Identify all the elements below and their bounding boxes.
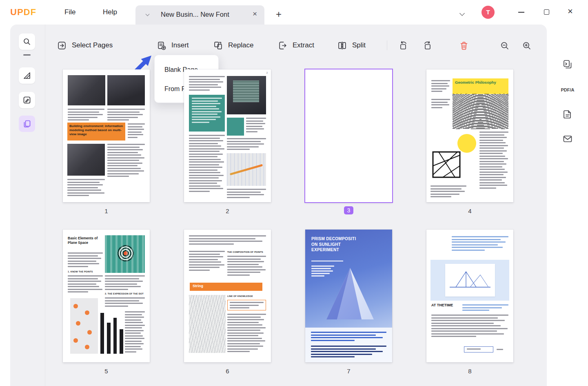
tab-chevron-down-icon[interactable] [146, 12, 150, 16]
rotate-right-button[interactable] [422, 40, 433, 51]
insert-icon [157, 41, 166, 50]
insert-button[interactable]: Insert [157, 40, 189, 51]
duplicate-pages-button[interactable] [561, 58, 574, 70]
text-lines [68, 109, 104, 122]
photo-placeholder [67, 144, 105, 176]
title-bar: UPDF File Help New Busin... New Font × +… [0, 0, 588, 25]
split-button[interactable]: Split [337, 40, 366, 51]
page-number-8: 8 [426, 368, 513, 375]
close-button[interactable]: × [568, 6, 573, 17]
organize-pages-button[interactable] [19, 116, 35, 132]
tab-close-icon[interactable]: × [253, 9, 257, 18]
text-lines [189, 251, 225, 272]
pdfa-label: PDF/A [561, 87, 575, 92]
avatar[interactable]: T [481, 6, 495, 19]
page-thumbnail-8[interactable]: AT THETIME [426, 230, 513, 362]
export-page-button[interactable] [561, 108, 574, 120]
page-thumbnail-6[interactable]: THE COMPOSITION OF POINTS String LINE OF… [184, 230, 271, 362]
teal-text-block [189, 95, 225, 132]
page-number-2: 2 [184, 208, 271, 214]
triangle-diagram [448, 266, 493, 293]
text-lines [431, 80, 450, 94]
zoom-out-button[interactable] [499, 40, 510, 51]
select-pages-label: Select Pages [72, 41, 113, 49]
select-pages-icon [57, 41, 67, 50]
new-tab-button[interactable]: + [276, 9, 282, 20]
text-lines [227, 189, 266, 199]
mail-button[interactable] [561, 133, 574, 145]
page-number-3-badge: 3 [305, 206, 392, 214]
text-lines [105, 275, 145, 291]
edit-note-icon [22, 96, 31, 105]
rotate-right-icon [423, 41, 433, 51]
duplicate-pages-icon [562, 59, 573, 69]
split-label: Split [352, 41, 366, 49]
string-banner: String [190, 283, 262, 291]
zoom-in-button[interactable] [521, 40, 532, 51]
tabs-list-chevron-icon[interactable] [460, 9, 464, 17]
pencil-shape [230, 164, 263, 176]
page-thumbnail-4[interactable]: Geometric Philosophy [426, 69, 513, 202]
text-lines [107, 144, 145, 178]
text-lines [107, 109, 145, 122]
text-lines [246, 118, 266, 134]
page-number-4: 4 [426, 208, 513, 214]
article-headline: PRISM DECOMPOSITI ON SUNLIGHT EXPERIMENT [311, 236, 359, 253]
page-number-7: 7 [305, 368, 392, 375]
page-corner-number: 2 [266, 71, 268, 74]
geometric-line-art [430, 149, 465, 182]
page-thumbnail-7[interactable]: PRISM DECOMPOSITI ON SUNLIGHT EXPERIMENT [305, 230, 392, 362]
replace-button[interactable]: Replace [213, 40, 253, 51]
text-lines [68, 252, 103, 268]
text-lines [467, 348, 490, 350]
search-button[interactable] [19, 33, 35, 50]
dots-artwork [70, 298, 98, 354]
markup-tool-button[interactable] [19, 67, 35, 84]
teal-block [227, 118, 244, 136]
page-number-6: 6 [184, 368, 271, 375]
page-thumbnail-5[interactable]: Basic Elements of Plane Space 1. KNOW TH… [63, 230, 150, 362]
text-lines [497, 349, 508, 352]
title-underline [311, 261, 343, 261]
button-placeholder [464, 346, 493, 353]
page-number-1: 1 [63, 208, 150, 214]
tab-title: New Busin... New Font [161, 11, 229, 18]
menu-file[interactable]: File [64, 8, 75, 16]
pdfa-button[interactable]: PDF/A [559, 84, 576, 96]
triangle-ruler-icon [22, 71, 31, 80]
extract-button[interactable]: Extract [278, 40, 314, 51]
rotate-left-button[interactable] [398, 40, 408, 51]
callout-box [227, 300, 266, 310]
rail-collapse-handle[interactable] [23, 54, 31, 56]
minimize-button[interactable] [518, 12, 524, 13]
replace-icon [213, 41, 223, 50]
text-lines [462, 304, 508, 312]
document-tab[interactable]: New Busin... New Font × [135, 5, 264, 25]
text-lines [311, 332, 386, 342]
article-headline: AT THETIME [431, 303, 461, 307]
menu-help[interactable]: Help [103, 8, 117, 16]
page-thumbnail-3-selected[interactable] [305, 69, 392, 202]
maximize-button[interactable] [544, 9, 549, 15]
page-thumbnail-2[interactable]: 2 [184, 69, 271, 202]
article-headline: Basic Elements of Plane Space [68, 236, 103, 245]
target-image [105, 235, 145, 273]
section-heading: LINE OF KNOWLEDGE [227, 295, 266, 297]
organize-pages-icon [22, 119, 31, 128]
text-lines [128, 123, 145, 139]
article-headline: Building environment: information modeli… [67, 123, 125, 141]
text-lines [479, 132, 508, 190]
edit-tool-button[interactable] [19, 92, 35, 108]
page-number-5: 5 [63, 368, 150, 375]
text-lines [227, 256, 266, 277]
text-lines [189, 95, 225, 127]
replace-label: Replace [228, 41, 253, 49]
text-lines [105, 297, 145, 308]
zoom-out-icon [500, 41, 510, 51]
select-pages-button[interactable]: Select Pages [57, 40, 113, 51]
page-thumbnail-1[interactable]: Building environment: information modeli… [63, 69, 150, 202]
photo-placeholder [227, 76, 266, 114]
text-lines [189, 235, 266, 246]
trash-icon [459, 41, 469, 51]
delete-page-button[interactable] [459, 40, 469, 51]
